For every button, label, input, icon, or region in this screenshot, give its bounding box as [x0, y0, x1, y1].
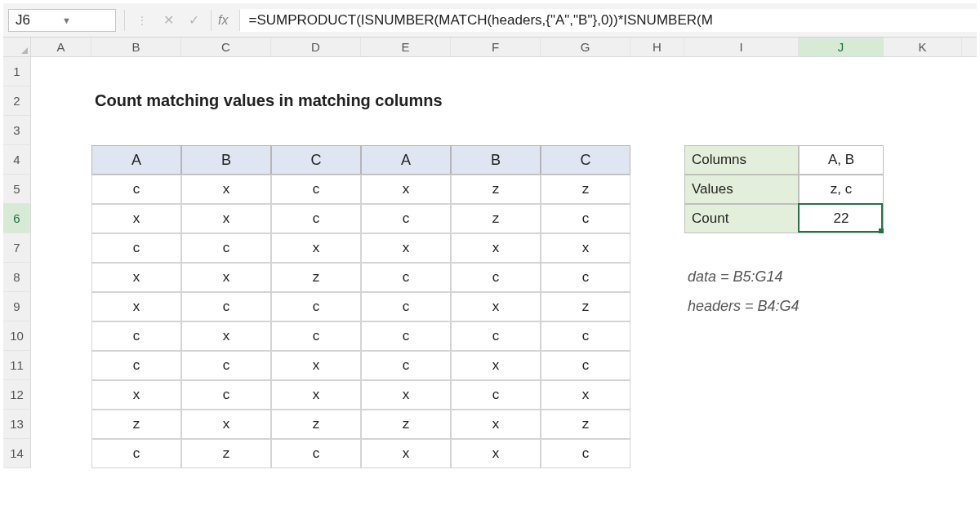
table-cell[interactable]: c	[271, 321, 361, 351]
row-header-4[interactable]: 4	[3, 145, 31, 175]
table-cell[interactable]: c	[361, 321, 451, 351]
cell-A1[interactable]	[31, 57, 91, 86]
table-cell[interactable]: c	[541, 263, 630, 292]
table-cell[interactable]: x	[361, 380, 451, 410]
table-cell[interactable]: x	[451, 292, 541, 321]
table-header[interactable]: B	[181, 145, 271, 175]
row-header-9[interactable]: 9	[3, 292, 31, 321]
table-cell[interactable]: c	[91, 439, 181, 468]
table-header[interactable]: C	[541, 145, 630, 175]
table-cell[interactable]: c	[361, 263, 451, 292]
cell-G1[interactable]	[541, 57, 630, 86]
table-cell[interactable]: x	[91, 380, 181, 410]
cell-K1[interactable]	[884, 57, 962, 86]
table-cell[interactable]: c	[271, 204, 361, 233]
table-cell[interactable]: z	[271, 263, 361, 292]
cell-H1[interactable]	[630, 57, 684, 86]
table-cell[interactable]: x	[541, 380, 630, 410]
cell-B1[interactable]	[91, 57, 181, 86]
table-cell[interactable]: c	[181, 233, 271, 263]
table-cell[interactable]: c	[91, 233, 181, 263]
name-box[interactable]: J6 ▼	[8, 9, 116, 32]
table-cell[interactable]: x	[181, 321, 271, 351]
values-value[interactable]: z, c	[799, 175, 884, 204]
table-header[interactable]: A	[91, 145, 181, 175]
col-header-H[interactable]: H	[630, 38, 684, 56]
col-header-A[interactable]: A	[31, 38, 91, 56]
row-header-5[interactable]: 5	[3, 175, 31, 204]
count-value[interactable]: 22	[799, 204, 884, 233]
table-cell[interactable]: c	[361, 351, 451, 380]
table-cell[interactable]: z	[91, 410, 181, 439]
table-cell[interactable]: c	[91, 321, 181, 351]
cell-E1[interactable]	[361, 57, 451, 86]
row-header-12[interactable]: 12	[3, 380, 31, 410]
table-cell[interactable]: z	[451, 204, 541, 233]
table-cell[interactable]: c	[361, 292, 451, 321]
table-cell[interactable]: x	[451, 410, 541, 439]
table-header[interactable]: C	[271, 145, 361, 175]
table-header[interactable]: A	[361, 145, 451, 175]
count-label[interactable]: Count	[684, 204, 799, 233]
table-cell[interactable]: x	[451, 439, 541, 468]
row-header-7[interactable]: 7	[3, 233, 31, 263]
select-all-corner[interactable]	[3, 38, 31, 56]
col-header-B[interactable]: B	[91, 38, 181, 56]
table-cell[interactable]: z	[451, 175, 541, 204]
table-cell[interactable]: x	[451, 351, 541, 380]
page-title[interactable]: Count matching values in matching column…	[91, 86, 181, 116]
table-cell[interactable]: c	[541, 439, 630, 468]
table-cell[interactable]: c	[451, 321, 541, 351]
col-header-K[interactable]: K	[884, 38, 962, 56]
row-header-13[interactable]: 13	[3, 410, 31, 439]
row-header-2[interactable]: 2	[3, 86, 31, 116]
table-cell[interactable]: z	[541, 410, 630, 439]
table-cell[interactable]: x	[181, 204, 271, 233]
note-headers[interactable]: headers = B4:G4	[684, 292, 799, 321]
col-header-G[interactable]: G	[541, 38, 630, 56]
table-cell[interactable]: z	[541, 292, 630, 321]
table-cell[interactable]: x	[271, 380, 361, 410]
row-header-8[interactable]: 8	[3, 263, 31, 292]
table-cell[interactable]: c	[181, 292, 271, 321]
table-cell[interactable]: c	[451, 263, 541, 292]
table-cell[interactable]: x	[361, 175, 451, 204]
columns-label[interactable]: Columns	[684, 145, 799, 175]
table-cell[interactable]: x	[181, 175, 271, 204]
table-cell[interactable]: z	[271, 410, 361, 439]
table-cell[interactable]: c	[541, 204, 630, 233]
table-cell[interactable]: c	[181, 351, 271, 380]
table-cell[interactable]: x	[271, 351, 361, 380]
row-header-14[interactable]: 14	[3, 439, 31, 468]
col-header-F[interactable]: F	[451, 38, 541, 56]
cell-I1[interactable]	[684, 57, 799, 86]
table-cell[interactable]: x	[91, 263, 181, 292]
name-box-dropdown-icon[interactable]: ▼	[62, 16, 109, 25]
enter-icon[interactable]: ✓	[189, 12, 199, 28]
table-cell[interactable]: c	[91, 175, 181, 204]
table-cell[interactable]: x	[361, 439, 451, 468]
cell-F1[interactable]	[451, 57, 541, 86]
row-header-3[interactable]: 3	[3, 116, 31, 145]
table-cell[interactable]: x	[91, 204, 181, 233]
cell-J1[interactable]	[799, 57, 884, 86]
table-cell[interactable]: x	[91, 292, 181, 321]
cell-D1[interactable]	[271, 57, 361, 86]
table-cell[interactable]: x	[541, 233, 630, 263]
col-header-C[interactable]: C	[181, 38, 271, 56]
cell-C1[interactable]	[181, 57, 271, 86]
values-label[interactable]: Values	[684, 175, 799, 204]
table-cell[interactable]: z	[361, 410, 451, 439]
formula-input[interactable]: =SUMPRODUCT(ISNUMBER(MATCH(headers,{"A",…	[240, 9, 977, 32]
table-header[interactable]: B	[451, 145, 541, 175]
table-cell[interactable]: c	[271, 292, 361, 321]
table-cell[interactable]: c	[91, 351, 181, 380]
table-cell[interactable]: c	[271, 439, 361, 468]
table-cell[interactable]: c	[361, 204, 451, 233]
cells-area[interactable]: Count matching values in matching column…	[31, 57, 977, 468]
table-cell[interactable]: x	[361, 233, 451, 263]
cell-A2[interactable]	[31, 86, 91, 116]
col-header-J[interactable]: J	[799, 38, 884, 56]
table-cell[interactable]: c	[181, 380, 271, 410]
table-cell[interactable]: z	[181, 439, 271, 468]
